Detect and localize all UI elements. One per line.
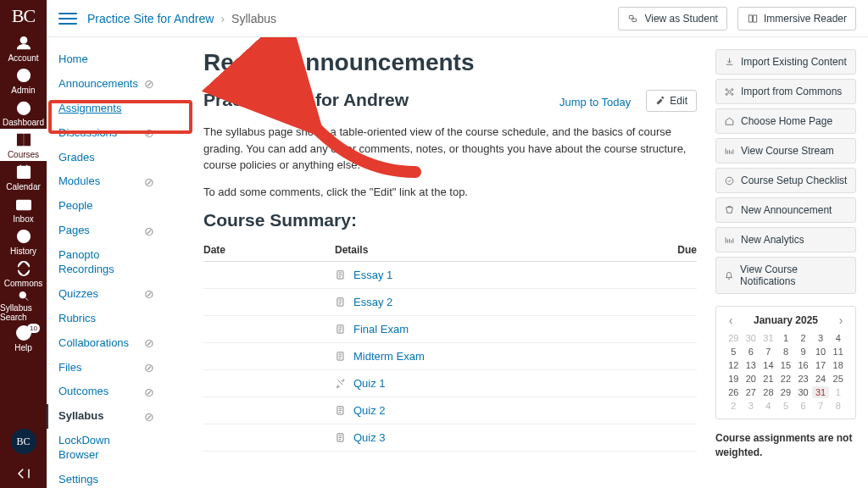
hamburger-icon[interactable] — [58, 9, 77, 28]
calendar-day[interactable]: 11 — [829, 346, 847, 358]
nav-admin[interactable]: Admin — [0, 64, 47, 97]
calendar-prev-button[interactable]: ‹ — [725, 313, 737, 327]
coursenav-grades[interactable]: Grades — [57, 146, 97, 170]
calendar-day[interactable]: 20 — [743, 373, 760, 385]
calendar-day[interactable]: 28 — [760, 386, 777, 398]
summary-item-link[interactable]: Quiz 3 — [353, 431, 386, 444]
calendar-day[interactable]: 15 — [777, 359, 795, 371]
calendar-day[interactable]: 29 — [777, 386, 795, 398]
calendar-day[interactable]: 18 — [829, 359, 847, 371]
calendar-day[interactable]: 3 — [812, 332, 830, 344]
calendar-day[interactable]: 31 — [760, 332, 777, 344]
coursenav-lockdown-browser[interactable]: LockDown Browser — [57, 429, 154, 468]
summary-row: Quiz 1 — [203, 370, 697, 397]
calendar-day[interactable]: 30 — [794, 386, 812, 398]
calendar-day[interactable]: 29 — [725, 332, 743, 344]
coursenav-discussions[interactable]: Discussions — [57, 121, 119, 146]
jump-to-today-link[interactable]: Jump to Today — [559, 96, 631, 108]
brand-logo[interactable]: BC — [0, 0, 47, 32]
coursenav-panopto-recordings[interactable]: Panopto Recordings — [57, 243, 154, 282]
calendar-day[interactable]: 5 — [777, 400, 795, 412]
coursenav-collaborations[interactable]: Collaborations — [57, 331, 131, 356]
calendar-day[interactable]: 30 — [743, 332, 760, 344]
calendar-day[interactable]: 26 — [725, 386, 743, 398]
calendar-day[interactable]: 21 — [760, 373, 777, 385]
calendar-day[interactable]: 23 — [794, 373, 812, 385]
calendar-day[interactable]: 6 — [743, 346, 760, 358]
summary-item-link[interactable]: Midterm Exam — [353, 350, 425, 363]
calendar-day[interactable]: 31 — [812, 386, 830, 398]
calendar-day[interactable]: 8 — [829, 400, 847, 412]
action-view-course-stream[interactable]: View Course Stream — [715, 138, 856, 164]
summary-item-link[interactable]: Quiz 2 — [353, 404, 386, 417]
coursenav-rubrics[interactable]: Rubrics — [57, 307, 97, 331]
nav-courses[interactable]: Courses — [0, 129, 47, 161]
calendar-day[interactable]: 13 — [743, 359, 760, 371]
calendar-day[interactable]: 19 — [725, 373, 743, 385]
calendar-day[interactable]: 12 — [725, 359, 743, 371]
calendar-day[interactable]: 22 — [777, 373, 795, 385]
immersive-reader-button[interactable]: Immersive Reader — [737, 7, 856, 30]
calendar-day[interactable]: 8 — [777, 346, 795, 358]
calendar-day[interactable]: 3 — [743, 400, 760, 412]
calendar-day[interactable]: 4 — [760, 400, 777, 412]
action-view-course-notifications[interactable]: View Course Notifications — [715, 257, 856, 294]
summary-item-link[interactable]: Essay 1 — [353, 269, 392, 281]
coursenav-pages[interactable]: Pages — [57, 219, 92, 243]
coursenav-modules[interactable]: Modules — [57, 169, 102, 194]
action-import-from-commons[interactable]: Import from Commons — [715, 79, 856, 104]
calendar-day[interactable]: 16 — [794, 359, 812, 371]
calendar-day[interactable]: 5 — [725, 346, 743, 358]
calendar-day[interactable]: 6 — [794, 400, 812, 412]
nav-dashboard[interactable]: Dashboard — [0, 97, 47, 129]
calendar-day[interactable]: 1 — [777, 332, 795, 344]
calendar-day[interactable]: 25 — [829, 373, 847, 385]
assignment-icon — [335, 269, 347, 281]
coursenav-syllabus[interactable]: Syllabus — [57, 404, 105, 429]
calendar-day[interactable]: 14 — [760, 359, 777, 371]
action-icon — [724, 116, 735, 127]
breadcrumb-course[interactable]: Practice Site for Andrew — [87, 12, 214, 25]
calendar-day[interactable]: 1 — [829, 386, 847, 398]
coursenav-home[interactable]: Home — [57, 47, 90, 72]
nav-help[interactable]: Help10 — [0, 322, 47, 354]
nav-inbox[interactable]: Inbox — [0, 193, 47, 225]
calendar-day[interactable]: 4 — [829, 332, 847, 344]
coursenav-settings[interactable]: Settings — [57, 468, 100, 488]
calendar-day[interactable]: 24 — [812, 373, 830, 385]
action-new-analytics[interactable]: New Analytics — [715, 227, 856, 252]
view-as-student-button[interactable]: View as Student — [618, 7, 727, 30]
nav-commons[interactable]: Commons — [0, 258, 47, 290]
action-choose-home-page[interactable]: Choose Home Page — [715, 108, 856, 134]
edit-button[interactable]: Edit — [646, 90, 697, 112]
nav-label: Calendar — [6, 182, 41, 191]
summary-item-link[interactable]: Quiz 1 — [353, 377, 386, 390]
coursenav-quizzes[interactable]: Quizzes — [57, 282, 100, 307]
nav-history[interactable]: History — [0, 225, 47, 258]
action-import-existing-content[interactable]: Import Existing Content — [715, 49, 856, 75]
action-new-announcement[interactable]: New Announcement — [715, 197, 856, 223]
coursenav-announcements[interactable]: Announcements — [57, 72, 140, 97]
avatar[interactable]: BC — [11, 429, 36, 454]
collapse-nav-button[interactable] — [0, 459, 47, 488]
calendar-day[interactable]: 17 — [812, 359, 830, 371]
nav-account[interactable]: Account — [0, 32, 47, 64]
calendar-day[interactable]: 10 — [812, 346, 830, 358]
nav-syllabus-search[interactable]: Syllabus Search — [0, 290, 47, 322]
calendar-day[interactable]: 27 — [743, 386, 760, 398]
coursenav-people[interactable]: People — [57, 194, 94, 219]
calendar-day[interactable]: 7 — [812, 400, 830, 412]
calendar-day[interactable]: 2 — [725, 400, 743, 412]
summary-item-link[interactable]: Final Exam — [353, 323, 409, 336]
summary-item-link[interactable]: Essay 2 — [353, 296, 392, 308]
calendar-day[interactable]: 7 — [760, 346, 777, 358]
svg-rect-3 — [17, 167, 30, 179]
calendar-next-button[interactable]: › — [835, 313, 847, 327]
action-course-setup-checklist[interactable]: Course Setup Checklist — [715, 168, 856, 193]
calendar-day[interactable]: 9 — [794, 346, 812, 358]
coursenav-outcomes[interactable]: Outcomes — [57, 380, 110, 404]
calendar-day[interactable]: 2 — [794, 332, 812, 344]
coursenav-assignments[interactable]: Assignments — [57, 97, 123, 121]
nav-calendar[interactable]: Calendar — [0, 161, 47, 193]
coursenav-files[interactable]: Files — [57, 356, 83, 380]
